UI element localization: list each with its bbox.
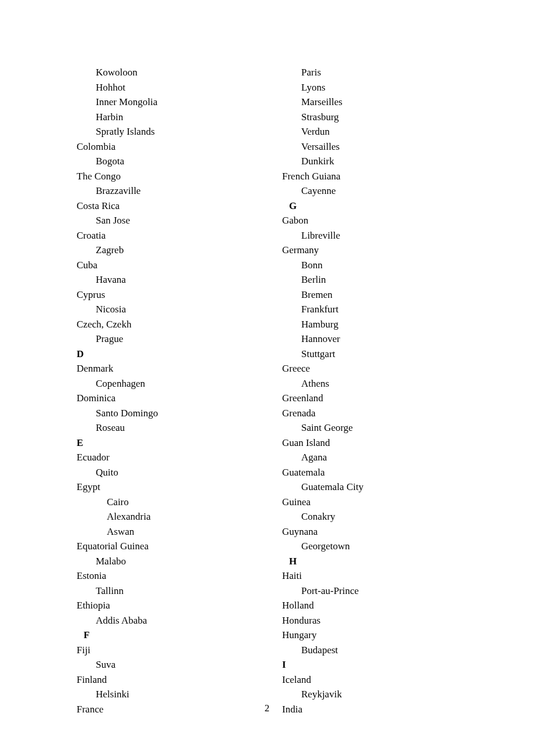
text-line: Guatemala [282,465,464,480]
text-line: Addis Ababa [77,613,259,628]
text-line: San Jose [77,213,259,228]
text-line: Cuba [77,258,259,273]
text-line: Roseau [77,420,259,435]
column-left: KowoloonHohhotInner MongoliaHarbinSpratl… [77,65,259,717]
text-line: Lyons [282,80,464,95]
text-line: Agana [282,450,464,465]
text-line: Hohhot [77,80,259,95]
text-line: Gabon [282,213,464,228]
text-line: Athens [282,376,464,391]
text-line: Haiti [282,568,464,584]
text-line: Colombia [77,139,259,154]
text-line: Fiji [77,643,259,658]
text-line: Suva [77,657,259,672]
text-line: Holland [282,598,464,613]
text-line: Georgetown [282,539,464,554]
text-line: Guan Island [282,435,464,451]
text-line: Kowoloon [77,65,259,80]
text-line: Cairo [77,495,259,510]
text-line: Bogota [77,154,259,169]
text-line: Helsinki [77,687,259,702]
text-line: Berlin [282,272,464,287]
text-line: H [282,554,464,569]
text-line: Libreville [282,228,464,243]
text-line: G [282,199,464,214]
text-line: Germany [282,243,464,258]
text-line: Bonn [282,258,464,273]
text-line: Conakry [282,509,464,524]
text-line: Versailles [282,139,464,154]
text-line: Guinea [282,495,464,510]
text-line: Cyprus [77,287,259,303]
text-line: French Guiana [282,169,464,184]
text-line: F [77,628,259,643]
text-line: Guatemala City [282,480,464,495]
document-page: KowoloonHohhotInner MongoliaHarbinSpratl… [0,0,534,751]
text-line: Dominica [77,391,259,406]
text-line: Estonia [77,568,259,584]
text-line: Dunkirk [282,154,464,169]
text-line: Grenada [282,406,464,421]
text-line: Cayenne [282,183,464,199]
text-line: Finland [77,672,259,687]
text-line: Budapest [282,643,464,658]
text-line: Iceland [282,672,464,687]
text-line: Hannover [282,332,464,347]
text-line: Paris [282,65,464,80]
text-line: E [77,435,259,451]
text-line: Quito [77,465,259,480]
text-line: Guynana [282,524,464,539]
text-line: Verdun [282,124,464,139]
text-line: Brazzaville [77,183,259,199]
text-line: Strasburg [282,110,464,125]
text-line: Inner Mongolia [77,95,259,110]
text-line: Reykjavik [282,687,464,702]
text-line: Greece [282,361,464,376]
text-line: Equatorial Guinea [77,539,259,554]
text-line: D [77,347,259,362]
text-line: The Congo [77,169,259,184]
text-line: Tallinn [77,584,259,599]
text-line: Zagreb [77,243,259,258]
text-line: Hamburg [282,317,464,332]
text-line: Aswan [77,524,259,539]
text-line: Santo Domingo [77,406,259,421]
text-line: Spratly Islands [77,124,259,139]
text-line: Croatia [77,228,259,243]
text-line: Ethiopia [77,598,259,613]
text-line: Stuttgart [282,347,464,362]
text-line: Alexandria [77,509,259,524]
text-line: Frankfurt [282,302,464,317]
column-right: ParisLyonsMarseillesStrasburgVerdunVersa… [282,65,464,717]
text-line: Harbin [77,110,259,125]
text-line: Saint George [282,420,464,435]
text-line: Denmark [77,361,259,376]
text-line: Port-au-Prince [282,584,464,599]
text-line: Marseilles [282,95,464,110]
text-line: Ecuador [77,450,259,465]
text-line: Malabo [77,554,259,569]
page-number: 2 [0,703,534,714]
text-line: Havana [77,272,259,287]
text-line: Hungary [282,628,464,643]
text-line: I [282,657,464,672]
text-line: Greenland [282,391,464,406]
text-line: Czech, Czekh [77,317,259,332]
text-line: Nicosia [77,302,259,317]
text-line: Honduras [282,613,464,628]
text-line: Bremen [282,287,464,303]
text-line: Costa Rica [77,199,259,214]
text-line: Prague [77,332,259,347]
text-line: Copenhagen [77,376,259,391]
text-line: Egypt [77,480,259,495]
